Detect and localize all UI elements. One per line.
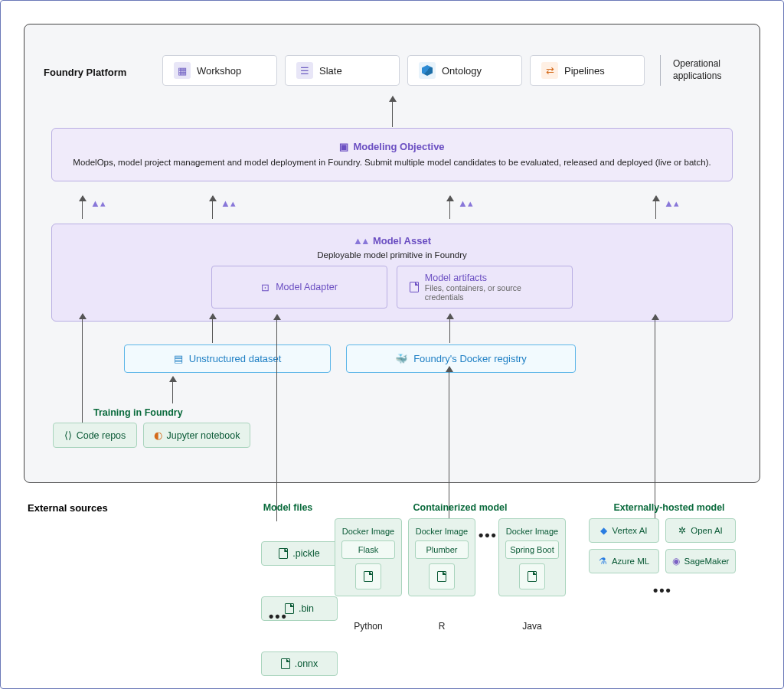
code-icon: ⟨⟩ bbox=[64, 429, 72, 441]
file-icon bbox=[410, 282, 419, 292]
chart-icon: ▣ bbox=[339, 141, 348, 152]
model-icon: ▲▴ bbox=[458, 198, 473, 209]
ellipsis-icon: ••• bbox=[653, 583, 672, 599]
docker-label: Foundry's Docker registry bbox=[413, 353, 527, 364]
model-icon: ▲▴ bbox=[90, 198, 106, 209]
arrow-up-icon bbox=[655, 315, 656, 521]
artifacts-label: Model artifacts bbox=[425, 273, 487, 283]
code-repos-box: ⟨⟩ Code repos bbox=[53, 423, 137, 448]
docker-image-label: Docker Image bbox=[505, 525, 559, 540]
external-sources-label: External sources bbox=[28, 502, 108, 514]
lang-label: Python bbox=[335, 621, 402, 632]
hosted-label: Vertex AI bbox=[612, 526, 647, 535]
slate-icon: ☰ bbox=[296, 62, 313, 79]
ops-label: Operational applications bbox=[673, 58, 721, 82]
hosted-vertex: ◆ Vertex AI bbox=[589, 518, 659, 543]
foundry-platform-box: Foundry Platform ▦ Workshop ☰ Slate Onto… bbox=[24, 24, 760, 483]
file-icon bbox=[519, 563, 545, 589]
ellipsis-icon: ••• bbox=[479, 527, 498, 544]
arrow-up-icon bbox=[449, 314, 451, 343]
apps-row: ▦ Workshop ☰ Slate Ontology ⇄ Pipelines … bbox=[162, 55, 737, 86]
app-label: Slate bbox=[319, 65, 342, 77]
lang-label: Java bbox=[498, 621, 566, 632]
code-repos-label: Code repos bbox=[77, 430, 126, 441]
arrow-up-icon: ▲▴ bbox=[212, 196, 214, 219]
framework-label: Spring Boot bbox=[505, 540, 559, 559]
hosted-sagemaker: ◉ SageMaker bbox=[665, 549, 736, 573]
app-pipelines: ⇄ Pipelines bbox=[530, 55, 645, 86]
training-label: Training in Foundry bbox=[93, 407, 183, 418]
asset-title-text: Model Asset bbox=[373, 235, 431, 247]
arrow-up-icon bbox=[276, 315, 278, 521]
hosted-azureml: ⚗ Azure ML bbox=[589, 549, 659, 573]
app-workshop: ▦ Workshop bbox=[162, 55, 277, 86]
hosted-label: Open AI bbox=[691, 526, 723, 535]
jupyter-icon: ◐ bbox=[154, 429, 162, 441]
adapter-icon: ⊡ bbox=[261, 282, 270, 293]
arrow-up-icon: ▲▴ bbox=[655, 196, 657, 219]
azure-icon: ⚗ bbox=[599, 556, 607, 567]
objective-title: ▣ Modeling Objective bbox=[339, 141, 444, 152]
arrow-up-icon: ▲▴ bbox=[449, 196, 451, 219]
containerized-title: Containerized model bbox=[399, 502, 521, 513]
openai-icon: ✲ bbox=[678, 525, 686, 536]
modeling-objective-box: ▣ Modeling Objective ModelOps, model pro… bbox=[51, 128, 733, 181]
file-onnx: .onnx bbox=[261, 651, 338, 676]
divider bbox=[660, 55, 661, 86]
file-label: .onnx bbox=[295, 658, 318, 669]
arrow-up-icon bbox=[212, 314, 214, 343]
ontology-icon bbox=[419, 62, 436, 79]
ellipsis-icon: ••• bbox=[269, 609, 288, 625]
jupyter-box: ◐ Jupyter notebook bbox=[143, 423, 250, 448]
file-icon bbox=[279, 548, 288, 559]
docker-group-python: Docker Image Flask bbox=[335, 518, 402, 596]
file-label: .bin bbox=[299, 603, 314, 614]
diagram-canvas: Foundry Platform ▦ Workshop ☰ Slate Onto… bbox=[1, 1, 783, 688]
hosted-label: SageMaker bbox=[684, 557, 730, 566]
docker-group-java: Docker Image Spring Boot bbox=[498, 518, 566, 596]
objective-title-text: Modeling Objective bbox=[353, 141, 444, 152]
file-icon bbox=[281, 658, 290, 669]
adapter-label: Model Adapter bbox=[276, 282, 338, 292]
hosted-openai: ✲ Open AI bbox=[665, 518, 736, 543]
docker-image-label: Docker Image bbox=[341, 525, 395, 540]
app-slate: ☰ Slate bbox=[285, 55, 400, 86]
docker-registry-box: 🐳 Foundry's Docker registry bbox=[346, 344, 576, 373]
file-pickle: .pickle bbox=[261, 541, 338, 566]
dataset-icon: ▤ bbox=[174, 353, 183, 364]
app-label: Pipelines bbox=[564, 65, 605, 77]
jupyter-label: Jupyter notebook bbox=[167, 430, 240, 441]
arrow-up-icon bbox=[449, 367, 450, 521]
model-icon: ▲▴ bbox=[353, 235, 368, 247]
sagemaker-icon: ◉ bbox=[672, 556, 680, 567]
framework-label: Flask bbox=[341, 540, 395, 559]
workshop-icon: ▦ bbox=[174, 62, 191, 79]
arrow-up-icon: ▲▴ bbox=[82, 196, 83, 219]
app-label: Ontology bbox=[442, 65, 482, 77]
unstructured-label: Unstructured dataset bbox=[189, 353, 282, 364]
modelfiles-title: Model files bbox=[250, 502, 326, 513]
arrow-up-icon bbox=[82, 314, 83, 433]
model-artifacts-card: Model artifacts Files, containers, or so… bbox=[397, 266, 573, 309]
pipelines-icon: ⇄ bbox=[541, 62, 558, 79]
model-adapter-card: ⊡ Model Adapter bbox=[211, 266, 387, 309]
model-icon: ▲▴ bbox=[664, 198, 679, 209]
foundry-platform-label: Foundry Platform bbox=[44, 67, 126, 78]
model-icon: ▲▴ bbox=[220, 198, 236, 209]
model-asset-box: ▲▴ Model Asset Deployable model primitiv… bbox=[51, 224, 733, 322]
vertex-icon: ◆ bbox=[600, 525, 607, 536]
hosted-label: Azure ML bbox=[612, 557, 649, 566]
hosted-grid: ◆ Vertex AI ✲ Open AI ⚗ Azure ML ◉ SageM… bbox=[589, 518, 736, 573]
arrow-up-icon bbox=[172, 377, 174, 403]
file-icon bbox=[429, 563, 455, 589]
docker-icon: 🐳 bbox=[395, 353, 407, 364]
asset-subtitle: Deployable model primitive in Foundry bbox=[66, 250, 718, 260]
file-label: .pickle bbox=[292, 548, 319, 559]
app-label: Workshop bbox=[197, 65, 241, 77]
file-icon bbox=[355, 563, 381, 589]
arrow-up-icon bbox=[392, 96, 394, 127]
app-ontology: Ontology bbox=[407, 55, 522, 86]
framework-label: Plumber bbox=[415, 540, 469, 559]
docker-group-r: Docker Image Plumber bbox=[408, 518, 475, 596]
lang-label: R bbox=[408, 621, 475, 632]
